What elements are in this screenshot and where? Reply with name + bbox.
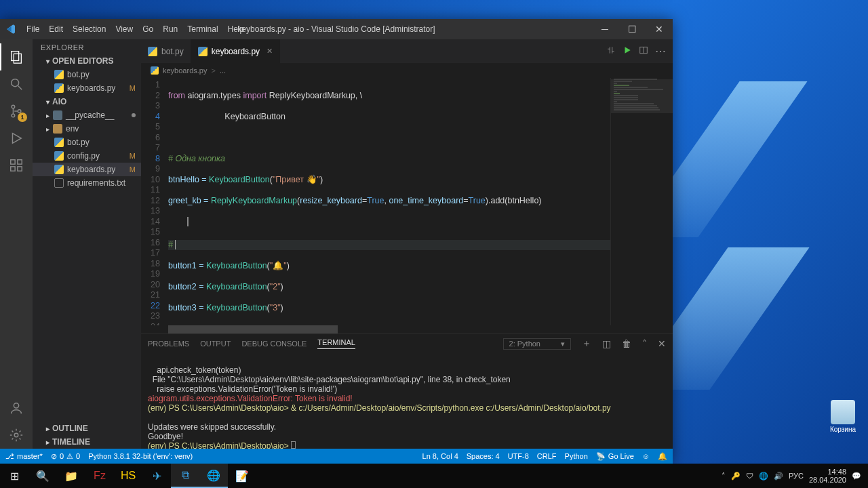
close-button[interactable]: ✕: [646, 19, 673, 39]
menu-selection[interactable]: Selection: [68, 24, 111, 34]
open-editors-section[interactable]: ▾OPEN EDITORS: [33, 54, 141, 68]
project-root[interactable]: ▾AIO: [33, 95, 141, 108]
status-spaces[interactable]: Spaces: 4: [467, 452, 500, 460]
panel-output[interactable]: OUTPUT: [200, 340, 231, 348]
status-eol[interactable]: CRLF: [537, 452, 557, 460]
tree-botpy[interactable]: bot.py: [33, 136, 141, 149]
recycle-bin[interactable]: Корзина: [826, 400, 860, 433]
taskbar-chrome[interactable]: 🌐: [199, 464, 228, 488]
close-icon[interactable]: ✕: [267, 47, 273, 56]
status-problems[interactable]: ⊘0 ⚠0: [51, 452, 80, 461]
menu-view[interactable]: View: [111, 24, 138, 34]
run-icon[interactable]: [623, 45, 632, 58]
split-icon[interactable]: [639, 45, 648, 58]
vscode-window: File Edit Selection View Go Run Terminal…: [0, 19, 673, 464]
tray-language[interactable]: РУС: [789, 472, 804, 480]
status-branch[interactable]: ⎇ master*: [5, 452, 43, 461]
editor-group: bot.py keyboards.py✕ ⋯ keyboards.py>... …: [141, 39, 673, 449]
tree-keyboards[interactable]: keyboards.pyM: [33, 163, 141, 176]
status-python[interactable]: Python 3.8.1 32-bit ('env': venv): [88, 452, 193, 460]
open-editor-botpy[interactable]: bot.py: [33, 68, 141, 81]
activity-search[interactable]: [0, 70, 33, 98]
panel-problems[interactable]: PROBLEMS: [148, 340, 189, 348]
tray-volume-icon[interactable]: 🔊: [774, 472, 783, 481]
status-golive[interactable]: 📡 Go Live: [596, 452, 634, 461]
maximize-button[interactable]: ☐: [618, 19, 646, 39]
start-button[interactable]: ⊞: [0, 464, 28, 488]
svg-point-2: [12, 79, 19, 87]
tree-pycache[interactable]: ▸__pycache__: [33, 108, 141, 122]
sidebar-title: EXPLORER: [33, 39, 141, 54]
more-icon[interactable]: ⋯: [655, 45, 666, 58]
status-bar: ⎇ master* ⊘0 ⚠0 Python 3.8.1 32-bit ('en…: [0, 449, 673, 464]
timeline-section[interactable]: ▸TIMELINE: [33, 435, 141, 449]
taskbar-search[interactable]: 🔍: [28, 464, 57, 488]
sidebar: EXPLORER ▾OPEN EDITORS bot.py keyboards.…: [33, 39, 141, 449]
open-editor-keyboards[interactable]: keyboards.pyM: [33, 81, 141, 95]
menu-terminal[interactable]: Terminal: [182, 24, 222, 34]
line-gutter: 123456789101112131415161718192021222324: [141, 78, 168, 325]
tray-network-icon[interactable]: 🌐: [759, 472, 768, 481]
breadcrumb[interactable]: keyboards.py>...: [141, 63, 673, 78]
tray-notifications-icon[interactable]: 💬: [852, 472, 861, 481]
code-editor[interactable]: from aiogram.types import ReplyKeyboardM…: [168, 78, 610, 325]
vscode-logo-icon: [5, 24, 16, 35]
menu-go[interactable]: Go: [138, 24, 158, 34]
svg-rect-10: [18, 167, 22, 171]
tab-botpy[interactable]: bot.py: [141, 39, 191, 63]
tray-clock[interactable]: 14:4828.04.2020: [809, 468, 846, 484]
panel-debug[interactable]: DEBUG CONSOLE: [241, 340, 307, 348]
svg-rect-11: [18, 160, 22, 164]
activity-settings[interactable]: [0, 422, 33, 449]
taskbar-vscode[interactable]: ⧉: [171, 464, 199, 488]
tray-chevron-icon[interactable]: ˄: [722, 472, 726, 481]
tree-env[interactable]: ▸env: [33, 122, 141, 136]
close-panel-icon[interactable]: ✕: [658, 338, 666, 349]
taskbar-telegram[interactable]: ✈: [142, 464, 171, 488]
activity-explorer[interactable]: [0, 43, 33, 70]
status-feedback-icon[interactable]: ☺: [642, 452, 650, 460]
taskbar-heidisql[interactable]: HS: [114, 464, 142, 488]
activity-accounts[interactable]: [0, 394, 33, 422]
status-bell-icon[interactable]: 🔔: [658, 452, 667, 461]
svg-line-3: [18, 86, 22, 90]
taskbar-explorer[interactable]: 📁: [57, 464, 85, 488]
svg-marker-7: [13, 134, 22, 144]
kill-terminal-icon[interactable]: 🗑: [622, 338, 631, 349]
status-encoding[interactable]: UTF-8: [508, 452, 529, 460]
new-terminal-icon[interactable]: ＋: [582, 338, 591, 350]
maximize-panel-icon[interactable]: ˄: [642, 338, 647, 349]
tree-config[interactable]: config.pyM: [33, 149, 141, 163]
minimize-button[interactable]: ─: [591, 19, 618, 39]
menu-file[interactable]: File: [22, 24, 44, 34]
status-lncol[interactable]: Ln 8, Col 4: [422, 452, 458, 460]
menu-run[interactable]: Run: [158, 24, 182, 34]
menubar: File Edit Selection View Go Run Terminal…: [22, 24, 249, 34]
terminal-dropdown[interactable]: 2: Python▾: [503, 338, 571, 350]
taskbar-filezilla[interactable]: Fz: [85, 464, 114, 488]
horizontal-scrollbar[interactable]: [141, 325, 673, 333]
svg-point-5: [12, 114, 15, 117]
panel-terminal[interactable]: TERMINAL: [317, 338, 355, 349]
menu-edit[interactable]: Edit: [44, 24, 68, 34]
activity-debug[interactable]: [0, 125, 33, 152]
tree-requirements[interactable]: requirements.txt: [33, 176, 141, 190]
system-tray[interactable]: ˄ 🔑 🛡 🌐 🔊 РУС 14:4828.04.2020 💬: [722, 468, 868, 484]
status-language[interactable]: Python: [565, 452, 588, 460]
taskbar-notepadpp[interactable]: 📝: [228, 464, 256, 488]
minimap[interactable]: [610, 78, 673, 325]
tab-keyboards[interactable]: keyboards.py✕: [191, 39, 280, 63]
activity-source-control[interactable]: 1: [0, 98, 33, 125]
tray-keys-icon[interactable]: 🔑: [731, 472, 741, 481]
activity-extensions[interactable]: [0, 152, 33, 179]
terminal-output[interactable]: api.check_token(token) File "C:\Users\Ad…: [141, 353, 673, 449]
outline-section[interactable]: ▸OUTLINE: [33, 422, 141, 435]
svg-rect-9: [11, 167, 15, 171]
tray-defender-icon[interactable]: 🛡: [746, 472, 753, 480]
terminal-cursor: [291, 441, 296, 449]
split-terminal-icon[interactable]: ◫: [602, 338, 611, 349]
svg-rect-0: [12, 52, 19, 61]
compare-icon[interactable]: [606, 45, 616, 58]
svg-rect-8: [11, 160, 15, 164]
titlebar: File Edit Selection View Go Run Terminal…: [0, 19, 673, 39]
